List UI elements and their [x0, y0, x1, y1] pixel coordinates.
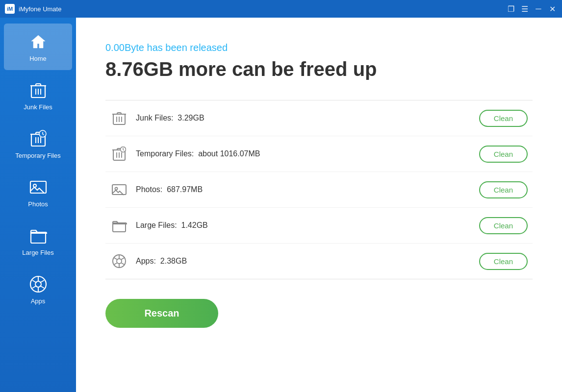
temp-files-row: Temporary Files: about 1016.07MB Clean — [105, 136, 533, 172]
photos-icon — [28, 177, 49, 197]
sidebar-label-photos: Photos — [28, 200, 48, 208]
sidebar-item-junk-files[interactable]: Junk Files — [4, 72, 72, 119]
junk-files-label: Junk Files: 3.29GB — [136, 114, 479, 122]
clean-apps-button[interactable]: Clean — [479, 253, 528, 270]
svg-point-12 — [33, 184, 36, 187]
menu-button[interactable]: ☰ — [520, 4, 530, 14]
temporary-files-icon — [28, 128, 49, 149]
sidebar-label-apps: Apps — [31, 297, 46, 305]
sidebar: Home Junk Files — [0, 18, 76, 392]
sidebar-label-home: Home — [29, 55, 47, 62]
freed-up-text: 8.76GB more can be freed up — [105, 58, 533, 80]
released-text: 0.00Byte has been released — [105, 42, 533, 53]
sidebar-label-large-files: Large Files — [22, 249, 53, 256]
close-button[interactable]: ✕ — [547, 4, 557, 14]
sidebar-item-large-files[interactable]: Large Files — [4, 218, 72, 264]
apps-icon — [28, 274, 49, 294]
clean-junk-files-button[interactable]: Clean — [479, 110, 528, 127]
large-files-label: Large Files: 1.42GB — [136, 221, 479, 230]
sidebar-item-photos[interactable]: Photos — [4, 169, 72, 216]
svg-line-34 — [114, 258, 117, 260]
temp-files-label: Temporary Files: about 1016.07MB — [136, 149, 479, 158]
photos-row-icon — [110, 181, 128, 198]
svg-line-36 — [114, 263, 117, 265]
photos-label: Photos: 687.97MB — [136, 185, 479, 194]
svg-line-37 — [121, 258, 124, 260]
large-files-row: Large Files: 1.42GB Clean — [105, 208, 533, 244]
large-files-icon — [28, 225, 49, 246]
restore-button[interactable]: ❐ — [506, 4, 516, 14]
sidebar-label-temporary-files: Temporary Files — [15, 152, 60, 159]
app-body: Home Junk Files — [0, 18, 562, 392]
title-bar-left: iM iMyfone Umate — [5, 4, 61, 14]
svg-rect-11 — [30, 181, 46, 193]
clean-photos-button[interactable]: Clean — [479, 181, 528, 198]
junk-files-icon — [28, 80, 49, 100]
title-bar: iM iMyfone Umate ❐ ☰ ─ ✕ — [0, 0, 562, 18]
sidebar-item-apps[interactable]: Apps — [4, 266, 72, 313]
junk-files-row: Junk Files: 3.29GB Clean — [105, 100, 533, 136]
clean-large-files-button[interactable]: Clean — [479, 217, 528, 234]
clean-temp-files-button[interactable]: Clean — [479, 146, 528, 163]
svg-line-35 — [121, 263, 124, 265]
sidebar-label-junk-files: Junk Files — [24, 103, 52, 111]
large-files-row-icon — [110, 217, 128, 234]
junk-files-row-icon — [110, 109, 128, 127]
sidebar-item-temporary-files[interactable]: Temporary Files — [4, 121, 72, 167]
app-title: iMyfone Umate — [19, 5, 61, 13]
minimize-button[interactable]: ─ — [534, 4, 543, 14]
rescan-button[interactable]: Rescan — [105, 299, 218, 328]
content-area: 0.00Byte has been released 8.76GB more c… — [76, 18, 562, 392]
svg-point-31 — [117, 259, 122, 264]
home-icon — [28, 31, 49, 52]
apps-row-icon — [110, 252, 128, 270]
svg-rect-28 — [112, 185, 126, 195]
window-controls: ❐ ☰ ─ ✕ — [506, 4, 557, 14]
temp-files-row-icon — [110, 145, 128, 163]
app-logo: iM — [5, 4, 15, 14]
items-list: Junk Files: 3.29GB Clean — [105, 100, 533, 279]
svg-point-29 — [115, 188, 118, 190]
apps-row: Apps: 2.38GB Clean — [105, 244, 533, 279]
sidebar-item-home[interactable]: Home — [4, 24, 72, 70]
photos-row: Photos: 687.97MB Clean — [105, 172, 533, 208]
apps-label: Apps: 2.38GB — [136, 257, 479, 266]
